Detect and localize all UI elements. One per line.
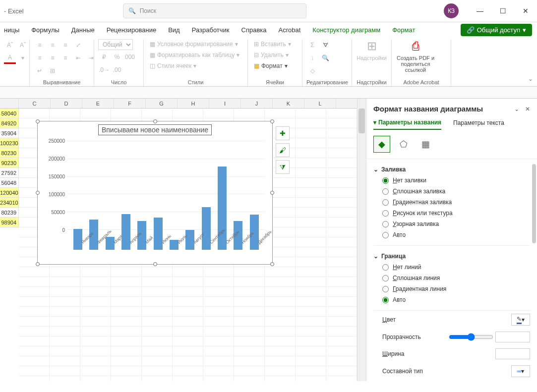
fill-section-header[interactable]: ⌄Заливка: [373, 164, 530, 175]
vertical-scrollbar[interactable]: [357, 99, 366, 381]
resize-handle[interactable]: [270, 262, 274, 266]
clear-icon[interactable]: ◇: [306, 65, 318, 77]
pane-options-icon[interactable]: ⌄: [514, 106, 519, 112]
maximize-button[interactable]: ☐: [491, 0, 514, 22]
data-cell[interactable]: 120040: [0, 188, 19, 198]
conditional-formatting-button[interactable]: ▦Условное форматирование ▾: [148, 39, 240, 49]
format-as-table-button[interactable]: ▦Форматировать как таблицу ▾: [148, 50, 241, 60]
data-cell[interactable]: 58040: [0, 109, 19, 118]
data-cell[interactable]: 90230: [0, 158, 19, 168]
share-button[interactable]: 🔗 Общий доступ ▾: [461, 24, 532, 36]
fill-solid-radio[interactable]: Сплошная заливка: [373, 186, 530, 197]
fill-gradient-radio[interactable]: Градиентная заливка: [373, 197, 530, 208]
data-cell[interactable]: 98904: [0, 218, 19, 227]
tab-chart-design[interactable]: Конструктор диаграмм: [312, 26, 380, 34]
resize-handle[interactable]: [153, 262, 157, 266]
compound-type-button[interactable]: ═ ▾: [511, 365, 530, 377]
user-avatar[interactable]: КЗ: [444, 3, 459, 18]
border-auto-radio[interactable]: Авто: [373, 294, 530, 305]
pane-tab-text-options[interactable]: Параметры текста: [453, 119, 504, 130]
tab-developer[interactable]: Разработчик: [192, 26, 230, 34]
tab-data[interactable]: Данные: [71, 26, 95, 34]
pane-tab-title-options[interactable]: ▾Параметры названия: [373, 119, 441, 130]
align-bottom-icon[interactable]: ≡: [60, 39, 71, 51]
fill-picture-radio[interactable]: Рисунок или текстура: [373, 208, 530, 219]
indent-decrease-icon[interactable]: ⇤: [72, 52, 84, 64]
pane-close-icon[interactable]: ✕: [525, 106, 530, 112]
data-cell[interactable]: 56048: [0, 178, 19, 188]
size-props-tab-icon[interactable]: ▦: [417, 136, 434, 153]
column-header[interactable]: C: [19, 99, 51, 108]
currency-icon[interactable]: ₽: [98, 51, 110, 63]
addins-button[interactable]: ⊞ Надстройки: [356, 39, 387, 61]
border-gradient-radio[interactable]: Градиентная линия: [373, 283, 530, 294]
resize-handle[interactable]: [36, 119, 40, 123]
data-cell[interactable]: 35904: [0, 128, 19, 138]
align-left-icon[interactable]: ≡: [34, 52, 46, 64]
wrap-text-icon[interactable]: ↵: [34, 65, 46, 77]
column-header[interactable]: K: [273, 99, 304, 108]
chart-styles-button[interactable]: 🖌: [276, 143, 290, 157]
thousands-icon[interactable]: 000: [124, 51, 136, 63]
column-header[interactable]: J: [241, 99, 273, 108]
fill-line-tab-icon[interactable]: ◆: [373, 136, 390, 153]
chart-elements-button[interactable]: ✚: [276, 126, 290, 140]
fill-pattern-radio[interactable]: Узорная заливка: [373, 219, 530, 229]
delete-cells-button[interactable]: ⊟Удалить ▾: [252, 50, 291, 60]
align-middle-icon[interactable]: ≡: [47, 39, 59, 51]
column-header[interactable]: [0, 99, 19, 108]
color-picker-button[interactable]: ✎ ▾: [511, 314, 530, 326]
chart-object[interactable]: Вписываем новое наименование 05000010000…: [37, 121, 273, 265]
column-header[interactable]: D: [51, 99, 82, 108]
border-section-header[interactable]: ⌄Граница: [373, 251, 530, 262]
scrollbar-thumb[interactable]: [358, 109, 365, 133]
create-pdf-button[interactable]: ⎙ Создать PDF и поделиться ссылкой: [396, 39, 435, 73]
pane-scrollbar[interactable]: [532, 164, 536, 243]
chart-filters-button[interactable]: ⧩: [276, 160, 290, 174]
cell-styles-button[interactable]: ◫Стили ячеек ▾: [148, 61, 198, 71]
search-box[interactable]: 🔍 Поиск: [123, 3, 306, 18]
width-input[interactable]: [495, 348, 530, 359]
minimize-button[interactable]: —: [469, 0, 491, 22]
fill-icon[interactable]: ↓: [306, 52, 318, 64]
merge-icon[interactable]: ⊞: [47, 65, 59, 77]
tab-format[interactable]: Формат: [392, 26, 415, 34]
chart-title[interactable]: Вписываем новое наименование: [98, 124, 212, 135]
percent-icon[interactable]: %: [111, 51, 123, 63]
resize-handle[interactable]: [36, 191, 40, 195]
data-cell[interactable]: 80230: [0, 148, 19, 158]
border-none-radio[interactable]: Нет линий: [373, 262, 530, 273]
resize-handle[interactable]: [270, 191, 274, 195]
insert-cells-button[interactable]: ⊞Вставить ▾: [252, 39, 293, 49]
resize-handle[interactable]: [270, 119, 274, 123]
decrease-decimal-icon[interactable]: .00: [111, 64, 123, 76]
tab-view[interactable]: Вид: [168, 26, 180, 34]
dropdown-icon[interactable]: ▾: [17, 52, 29, 64]
transparency-input[interactable]: [495, 332, 530, 342]
tab-formulas[interactable]: Формулы: [31, 26, 60, 34]
column-header[interactable]: E: [82, 99, 114, 108]
chart-plot-area[interactable]: 050000100000150000200000250000 ЯнварьФев…: [67, 141, 265, 250]
orientation-icon[interactable]: ⤢: [72, 39, 84, 51]
increase-decimal-icon[interactable]: .0→: [98, 64, 110, 76]
resize-handle[interactable]: [153, 119, 157, 123]
worksheet-area[interactable]: CDEFGHIJKL 58040849203590410023080230902…: [0, 99, 357, 381]
transparency-slider[interactable]: [449, 333, 493, 341]
align-top-icon[interactable]: ≡: [34, 39, 46, 51]
autosum-icon[interactable]: Σ: [306, 39, 318, 51]
align-center-icon[interactable]: ≡: [47, 52, 59, 64]
border-solid-radio[interactable]: Сплошная линия: [373, 273, 530, 283]
collapse-ribbon-icon[interactable]: ⌄: [528, 75, 533, 82]
font-increase-button[interactable]: Aˆ: [4, 39, 16, 51]
chart-bar[interactable]: [202, 207, 211, 250]
tab-review[interactable]: Рецензирование: [107, 26, 156, 34]
fill-none-radio[interactable]: Нет заливки: [373, 175, 530, 186]
data-cell[interactable]: 100230: [0, 138, 19, 148]
effects-tab-icon[interactable]: ⬠: [395, 136, 412, 153]
column-header[interactable]: F: [114, 99, 146, 108]
data-cell[interactable]: 27592: [0, 168, 19, 178]
formula-bar[interactable]: [0, 87, 537, 99]
font-color-button[interactable]: A: [4, 52, 16, 64]
tab-acrobat[interactable]: Acrobat: [279, 26, 301, 34]
tab-help[interactable]: Справка: [241, 26, 267, 34]
